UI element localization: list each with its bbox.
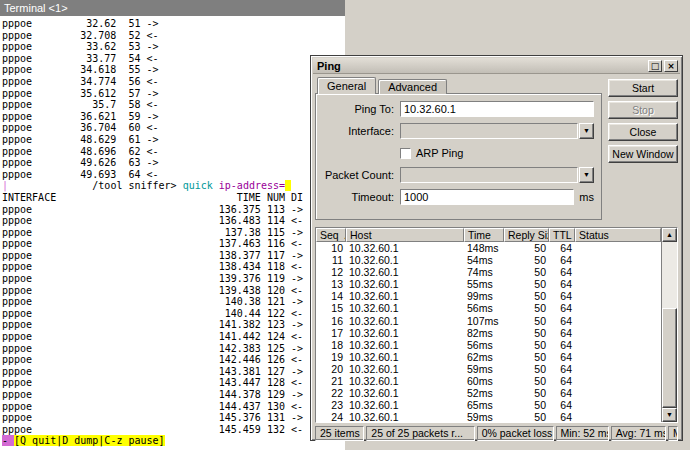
terminal-row: pppoe 36.621 59 -> <box>2 111 345 123</box>
table-row[interactable]: 1310.32.60.155ms5064 <box>316 278 661 290</box>
timeout-input[interactable] <box>400 189 574 205</box>
terminal-column-headers: INTERFACE TIME NUM DI <box>2 192 345 204</box>
table-row[interactable]: 1710.32.60.182ms5064 <box>316 327 661 339</box>
table-row[interactable]: 1810.32.60.156ms5064 <box>316 339 661 351</box>
cell-reply-size: 50 <box>504 411 549 422</box>
arp-ping-checkbox[interactable] <box>400 148 411 159</box>
table-row[interactable]: 2410.32.60.159ms5064 <box>316 411 661 422</box>
column-header-time[interactable]: Time <box>464 228 504 242</box>
scroll-down-icon[interactable]: ▼ <box>662 408 677 422</box>
cell-host: 10.32.60.1 <box>346 375 464 387</box>
chevron-down-icon[interactable]: ▼ <box>579 123 594 139</box>
terminal-row: pppoe 144.378 129 -> <box>2 389 345 401</box>
cell-time: 55ms <box>464 278 504 290</box>
statusbar-cell: 0% packet loss <box>477 426 554 441</box>
interface-value <box>400 123 578 139</box>
cell-ttl: 64 <box>549 266 575 278</box>
table-row[interactable]: 1110.32.60.154ms5064 <box>316 254 661 266</box>
table-row[interactable]: 2210.32.60.152ms5064 <box>316 387 661 399</box>
cell-host: 10.32.60.1 <box>346 254 464 266</box>
cell-reply-size: 50 <box>504 315 549 327</box>
cell-time: 56ms <box>464 339 504 351</box>
terminal-row: pppoe 143.381 127 -> <box>2 366 345 378</box>
terminal-row: pppoe 34.618 55 -> <box>2 64 345 76</box>
tab-general[interactable]: General <box>317 77 376 94</box>
terminal-row: pppoe 145.376 131 -> <box>2 412 345 424</box>
cell-status <box>575 327 661 339</box>
table-row[interactable]: 1610.32.60.1107ms5064 <box>316 315 661 327</box>
interface-combobox[interactable]: ▼ <box>400 123 594 139</box>
column-header-status[interactable]: Status <box>575 228 661 242</box>
column-header-reply-size[interactable]: Reply Size <box>504 228 549 242</box>
packet-count-combobox[interactable]: ▼ <box>400 167 594 183</box>
statusbar-cell: Max: 148 ms <box>668 426 678 441</box>
prompt-indent <box>8 180 92 191</box>
cell-seq: 14 <box>316 290 346 302</box>
ping-to-input[interactable] <box>400 101 594 117</box>
packet-count-value <box>400 167 578 183</box>
new-window-button[interactable]: New Window <box>608 145 678 163</box>
terminal-row: pppoe 35.612 57 -> <box>2 88 345 100</box>
start-button[interactable]: Start <box>608 79 678 97</box>
scrollbar-thumb[interactable] <box>662 308 677 408</box>
table-main: Seq ▴ Host Time Reply Size TTL Status 10… <box>316 228 661 422</box>
scrollbar-track[interactable] <box>662 242 677 408</box>
prompt-argument: ip-address= <box>219 180 285 191</box>
cell-host: 10.32.60.1 <box>346 339 464 351</box>
cell-seq: 22 <box>316 387 346 399</box>
close-icon[interactable]: × <box>664 60 678 72</box>
vertical-scrollbar[interactable]: ▲ ▼ <box>661 228 677 422</box>
table-row[interactable]: 1510.32.60.156ms5064 <box>316 302 661 314</box>
ping-to-row: Ping To: <box>320 101 594 117</box>
terminal-row: pppoe 140.38 121 -> <box>2 296 345 308</box>
table-row[interactable]: 2010.32.60.159ms5064 <box>316 363 661 375</box>
table-row[interactable]: 1010.32.60.1148ms5064 <box>316 242 661 254</box>
cell-host: 10.32.60.1 <box>346 315 464 327</box>
cell-host: 10.32.60.1 <box>346 327 464 339</box>
column-header-seq[interactable]: Seq ▴ <box>316 228 346 242</box>
cell-ttl: 64 <box>549 387 575 399</box>
table-row[interactable]: 1910.32.60.162ms5064 <box>316 351 661 363</box>
cell-seq: 18 <box>316 339 346 351</box>
prompt-path: /tool sniffer> <box>92 180 176 191</box>
statusbar-cell: 25 items <box>315 426 364 441</box>
detach-icon[interactable]: □ <box>648 60 662 72</box>
cell-reply-size: 50 <box>504 266 549 278</box>
terminal-titlebar[interactable]: Terminal <1> <box>0 0 345 16</box>
tab-advanced[interactable]: Advanced <box>378 79 447 94</box>
terminal-row: pppoe 36.704 60 <- <box>2 122 345 134</box>
scroll-up-icon[interactable]: ▲ <box>662 228 677 242</box>
cell-ttl: 64 <box>549 339 575 351</box>
table-row[interactable]: 1410.32.60.199ms5064 <box>316 290 661 302</box>
terminal-row: pppoe 141.382 123 -> <box>2 319 345 331</box>
terminal-title: Terminal <1> <box>4 2 68 14</box>
cell-time: 148ms <box>464 242 504 254</box>
cell-ttl: 64 <box>549 363 575 375</box>
cell-seq: 21 <box>316 375 346 387</box>
interface-row: Interface: ▼ <box>320 123 594 139</box>
close-button[interactable]: Close <box>608 123 678 141</box>
cell-host: 10.32.60.1 <box>346 399 464 411</box>
ping-titlebar[interactable]: Ping □ × <box>313 58 680 74</box>
prompt-command: quick <box>183 180 213 191</box>
column-header-ttl[interactable]: TTL <box>549 228 575 242</box>
terminal-prompt-line: | /tool sniffer> quick ip-address= <box>2 180 345 192</box>
cell-reply-size: 50 <box>504 387 549 399</box>
table-row[interactable]: 1210.32.60.174ms5064 <box>316 266 661 278</box>
table-row[interactable]: 2110.32.60.160ms5064 <box>316 375 661 387</box>
cell-seq: 10 <box>316 242 346 254</box>
pager-marker: - <box>2 435 14 446</box>
interface-label: Interface: <box>320 125 400 137</box>
terminal-output[interactable]: pppoe 32.62 51 ->pppoe 32.708 52 <-pppoe… <box>0 16 345 447</box>
cell-status <box>575 399 661 411</box>
cell-reply-size: 50 <box>504 290 549 302</box>
terminal-row: pppoe 49.693 64 <- <box>2 169 345 181</box>
cell-host: 10.32.60.1 <box>346 266 464 278</box>
stop-button[interactable]: Stop <box>608 101 678 119</box>
table-row[interactable]: 2310.32.60.165ms5064 <box>316 399 661 411</box>
cell-reply-size: 50 <box>504 363 549 375</box>
cell-status <box>575 339 661 351</box>
cell-ttl: 64 <box>549 351 575 363</box>
chevron-down-icon[interactable]: ▼ <box>579 167 594 183</box>
column-header-host[interactable]: Host <box>346 228 464 242</box>
